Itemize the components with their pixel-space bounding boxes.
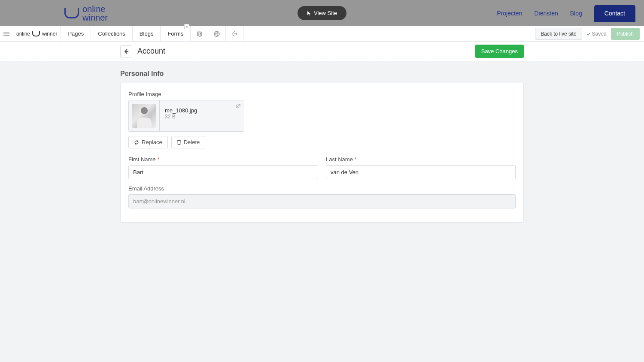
delete-button[interactable]: Delete — [171, 136, 206, 148]
tab-logout[interactable] — [226, 26, 243, 41]
view-site-button[interactable]: View Site — [298, 6, 346, 20]
nav-diensten[interactable]: Diensten — [534, 10, 558, 17]
brand-small-icon — [32, 31, 40, 36]
hamburger-icon — [3, 32, 9, 36]
logo-icon — [64, 8, 79, 18]
logo-text: online winner — [82, 5, 108, 22]
logout-icon — [231, 30, 238, 37]
main-content: Personal Info Profile Image me_1080.jpg … — [0, 61, 644, 362]
back-to-live-button[interactable]: Back to live site — [535, 28, 582, 40]
logo-line2: winner — [82, 13, 108, 22]
cms-brand[interactable]: online winner — [13, 26, 61, 41]
delete-label: Delete — [184, 139, 200, 145]
save-changes-button[interactable]: Save Changes — [475, 45, 524, 58]
last-name-label-text: Last Name — [326, 156, 353, 163]
image-meta: me_1080.jpg 32 B — [160, 100, 244, 131]
globe-icon — [213, 30, 220, 37]
first-name-label-text: First Name — [128, 156, 156, 163]
publish-button[interactable]: Publish — [611, 28, 640, 40]
name-row: First Name * Last Name * — [128, 156, 516, 179]
tab-globe[interactable] — [208, 26, 226, 41]
view-site-label: View Site — [314, 10, 337, 16]
profile-image-thumb-wrap — [129, 100, 160, 131]
page-header: Account Save Changes — [0, 42, 644, 61]
tab-forms[interactable]: Forms × — [161, 26, 191, 41]
replace-label: Replace — [142, 139, 162, 145]
nav-blog[interactable]: Blog — [570, 10, 582, 17]
saved-indicator: Saved — [586, 31, 607, 37]
last-name-input[interactable] — [326, 165, 516, 179]
profile-image-label: Profile Image — [128, 91, 516, 97]
required-marker: * — [355, 156, 357, 163]
personal-info-card: Profile Image me_1080.jpg 32 B Replace D… — [120, 83, 524, 223]
tab-pages[interactable]: Pages — [61, 26, 91, 41]
refresh-icon — [134, 140, 139, 145]
back-button[interactable] — [120, 45, 132, 57]
nav-contact-button[interactable]: Contact — [594, 5, 635, 22]
nav-projecten[interactable]: Projecten — [497, 10, 522, 17]
first-name-label: First Name * — [128, 156, 318, 163]
image-size: 32 B — [165, 114, 239, 120]
close-icon[interactable]: × — [184, 24, 189, 29]
tab-forms-label: Forms — [167, 30, 183, 37]
email-input — [128, 194, 516, 208]
last-name-col: Last Name * — [326, 156, 516, 179]
gear-icon — [196, 30, 203, 37]
logo-line1: online — [82, 5, 108, 13]
image-filename: me_1080.jpg — [165, 107, 239, 114]
check-icon — [586, 32, 591, 36]
tab-settings[interactable] — [191, 26, 208, 41]
first-name-input[interactable] — [128, 165, 318, 179]
cms-toolbar: online winner Pages Collections Blogs Fo… — [0, 26, 644, 42]
external-link-icon[interactable] — [236, 104, 240, 108]
image-actions: Replace Delete — [128, 136, 516, 148]
brand-b: winner — [42, 31, 57, 37]
replace-button[interactable]: Replace — [128, 136, 168, 148]
saved-text: Saved — [592, 31, 607, 37]
site-nav: Projecten Diensten Blog Contact — [497, 5, 635, 22]
required-marker: * — [157, 156, 159, 163]
arrow-left-icon — [123, 48, 129, 54]
trash-icon — [177, 140, 181, 145]
profile-image-widget: me_1080.jpg 32 B — [128, 100, 244, 132]
section-title: Personal Info — [120, 70, 524, 78]
site-header-overlay: online winner View Site Projecten Dienst… — [0, 0, 644, 26]
tab-collections[interactable]: Collections — [91, 26, 133, 41]
last-name-label: Last Name * — [326, 156, 516, 163]
first-name-col: First Name * — [128, 156, 318, 179]
site-logo: online winner — [64, 5, 108, 22]
avatar — [132, 104, 156, 128]
cms-bar-right: Back to live site Saved Publish — [535, 26, 644, 41]
email-row: Email Address — [128, 185, 516, 208]
menu-toggle[interactable] — [0, 26, 13, 41]
page-title: Account — [137, 47, 165, 56]
tab-blogs[interactable]: Blogs — [133, 26, 161, 41]
email-label: Email Address — [128, 185, 516, 192]
email-col: Email Address — [128, 185, 516, 208]
brand-a: online — [16, 31, 30, 37]
cursor-icon — [307, 11, 311, 16]
